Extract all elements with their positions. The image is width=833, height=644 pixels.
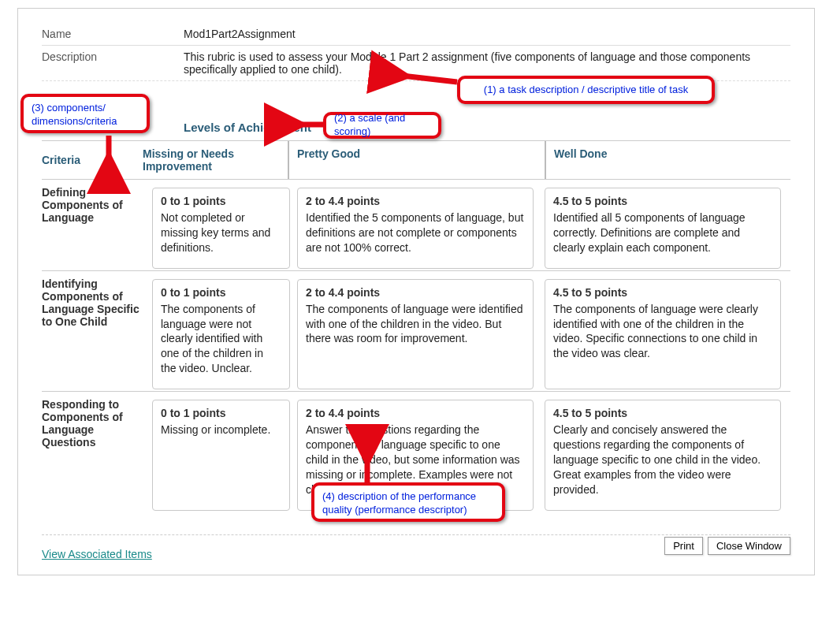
descriptor: Not completed or missing key terms and d… xyxy=(161,210,281,255)
svg-line-0 xyxy=(402,76,457,82)
cell: 2 to 4.4 points The components of langua… xyxy=(297,271,534,391)
callout-2-scale-scoring: (2) a scale (and scoring) xyxy=(323,112,441,139)
close-window-button[interactable]: Close Window xyxy=(708,537,790,555)
cell: 4.5 to 5 points Identified all 5 compone… xyxy=(545,180,781,270)
points: 4.5 to 5 points xyxy=(553,195,772,207)
points: 2 to 4.4 points xyxy=(306,407,525,419)
divider xyxy=(42,534,790,535)
name-row: Name Mod1Part2Assignment xyxy=(42,23,790,46)
cell: 0 to 1 points Not completed or missing k… xyxy=(152,180,294,270)
name-value: Mod1Part2Assignment xyxy=(184,28,790,40)
rubric-grid: Criteria Missing or Needs Improvement Pr… xyxy=(42,140,790,512)
arrow-icon xyxy=(101,134,120,167)
points: 0 to 1 points xyxy=(161,407,281,419)
description-value: This rubric is used to assess your Modul… xyxy=(184,50,790,76)
print-button[interactable]: Print xyxy=(664,537,703,555)
level-heading-2: Pretty Good xyxy=(288,141,534,179)
view-associated-items-link[interactable]: View Associated Items xyxy=(42,548,152,560)
rubric-row: Defining Components of Language 0 to 1 p… xyxy=(42,179,790,270)
descriptor: The components of language were identifi… xyxy=(306,302,525,347)
points: 4.5 to 5 points xyxy=(553,407,772,419)
cell: 0 to 1 points Missing or incomplete. xyxy=(152,392,294,512)
descriptor: Clearly and concisely answered the quest… xyxy=(553,423,772,497)
rubric-header-row: Criteria Missing or Needs Improvement Pr… xyxy=(42,140,790,179)
points: 2 to 4.4 points xyxy=(306,195,525,207)
descriptor: The components of language were clearly … xyxy=(553,302,772,362)
arrow-icon xyxy=(293,118,326,134)
criterion-label: Defining Components of Language xyxy=(42,180,152,270)
descriptor: Missing or incomplete. xyxy=(161,423,281,437)
action-bar: Print Close Window xyxy=(664,537,790,555)
description-label: Description xyxy=(42,50,184,76)
cell: 0 to 1 points The components of language… xyxy=(152,271,294,391)
levels-of-achievement-heading: Levels of Achievement xyxy=(184,121,790,134)
callout-1-task-description: (1) a task description / descriptive tit… xyxy=(457,76,715,104)
criterion-label: Identifying Components of Language Speci… xyxy=(42,271,152,391)
cell: 2 to 4.4 points Identified the 5 compone… xyxy=(297,180,534,270)
name-label: Name xyxy=(42,28,184,40)
level-heading-1: Missing or Needs Improvement xyxy=(143,141,284,179)
callout-3-components-criteria: (3) components/ dimensions/criteria xyxy=(20,94,150,133)
criteria-heading: Criteria xyxy=(42,141,143,179)
arrow-icon xyxy=(394,68,461,91)
callout-4-performance-descriptor: (4) description of the performance quali… xyxy=(311,482,505,522)
points: 4.5 to 5 points xyxy=(553,286,772,299)
page-root: Name Mod1Part2Assignment Description Thi… xyxy=(0,0,833,644)
points: 0 to 1 points xyxy=(161,195,281,207)
descriptor: Identified the 5 components of language,… xyxy=(306,210,525,255)
cell: 4.5 to 5 points Clearly and concisely an… xyxy=(545,392,781,512)
arrow-icon xyxy=(359,452,378,486)
descriptor: The components of language were not clea… xyxy=(161,302,281,376)
cell: 4.5 to 5 points The components of langua… xyxy=(545,271,781,391)
points: 0 to 1 points xyxy=(161,286,281,299)
criterion-label: Responding to Components of Language Que… xyxy=(42,392,152,512)
descriptor: Identified all 5 components of language … xyxy=(553,210,772,255)
rubric-row: Identifying Components of Language Speci… xyxy=(42,270,790,391)
level-heading-3: Well Done xyxy=(545,141,790,179)
points: 2 to 4.4 points xyxy=(306,286,525,299)
